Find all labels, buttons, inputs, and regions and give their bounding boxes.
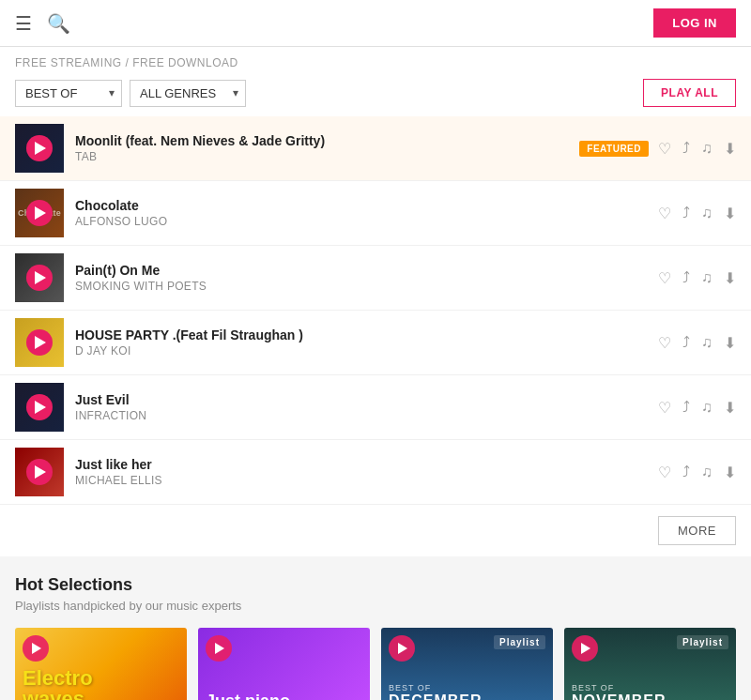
track-actions: ♡ ⤴ ♫ ⬇ [658,399,736,417]
play-triangle [35,206,46,220]
play-triangle [35,401,46,414]
track-info: Pain(t) On Me SMOKING WITH POETS [75,263,658,293]
subheader: FREE STREAMING / FREE DOWNLOAD BEST OF N… [0,47,751,116]
download-icon[interactable]: ⬇ [724,205,736,222]
card-play-triangle [581,643,590,654]
play-circle [26,329,53,356]
card-play-circle [206,635,232,662]
card-label-main: Just piano [206,692,290,700]
download-icon[interactable]: ⬇ [724,269,736,287]
free-streaming-label: FREE STREAMING / FREE DOWNLOAD [15,56,736,69]
track-thumb: TAB [15,124,64,173]
selects-group: BEST OF NEWEST TOP RATED ALL GENRES POP … [15,80,246,107]
card-label-main: Electrowaves [23,668,93,700]
card-play-triangle [215,643,224,654]
track-artist: ALFONSO LUGO [75,215,658,228]
controls-row: BEST OF NEWEST TOP RATED ALL GENRES POP … [15,79,736,116]
card-play-triangle [32,643,41,654]
track-thumb: SWP [15,253,64,302]
share-icon[interactable]: ⤴ [682,464,690,480]
share-icon[interactable]: ⤴ [682,399,690,416]
track-artist: SMOKING WITH POETS [75,280,658,293]
play-circle [26,200,53,226]
play-overlay[interactable] [15,253,64,302]
download-icon[interactable]: ⬇ [724,334,736,352]
track-item[interactable]: DJK HOUSE PARTY .(Feat Fil Straughan ) D… [0,311,751,375]
play-circle [26,135,53,161]
download-icon[interactable]: ⬇ [724,464,736,481]
music-note-icon[interactable]: ♫ [701,334,713,351]
share-icon[interactable]: ⤴ [682,205,690,221]
search-icon[interactable]: 🔍 [47,12,70,35]
play-triangle [35,465,46,479]
best-of-select[interactable]: BEST OF NEWEST TOP RATED [15,80,122,107]
card-play-circle [389,635,415,662]
track-actions: ♡ ⤴ ♫ ⬇ [658,464,736,481]
like-icon[interactable]: ♡ [658,399,671,417]
share-icon[interactable]: ⤴ [682,140,690,157]
track-item[interactable]: SWP Pain(t) On Me SMOKING WITH POETS ♡ ⤴… [0,246,751,311]
download-icon[interactable]: ⬇ [724,140,736,158]
all-genres-select[interactable]: ALL GENRES POP ROCK JAZZ CLASSICAL ELECT… [130,80,246,107]
like-icon[interactable]: ♡ [658,140,671,158]
track-title: Chocolate [75,198,658,213]
track-list: TAB Moonlit (feat. Nem Nieves & Jade Gri… [0,116,751,505]
track-item[interactable]: Chocolate Chocolate ALFONSO LUGO ♡ ⤴ ♫ ⬇ [0,181,751,246]
like-icon[interactable]: ♡ [658,464,671,481]
card-play-circle [23,635,49,662]
menu-icon[interactable]: ☰ [15,12,32,35]
track-thumb: JE [15,383,64,432]
card-label-main: DECEMBER [389,692,483,700]
track-thumb: JLH [15,448,64,496]
track-artist: INFRACTION [75,409,658,422]
featured-badge: FEATURED [579,141,649,157]
playlist-card[interactable]: Just piano [198,628,370,700]
track-item[interactable]: JLH Just like her MICHAEL ELLIS ♡ ⤴ ♫ ⬇ [0,440,751,505]
music-note-icon[interactable]: ♫ [701,464,713,480]
playlist-card[interactable]: Playlist BEST OF DECEMBER [381,628,553,700]
play-triangle [35,271,46,284]
play-triangle [35,336,46,349]
track-info: HOUSE PARTY .(Feat Fil Straughan ) D JAY… [75,327,658,358]
playlist-card[interactable]: Electrowaves [15,628,187,700]
play-all-button[interactable]: PLAY ALL [643,79,736,107]
like-icon[interactable]: ♡ [658,334,671,352]
play-overlay[interactable] [15,124,64,173]
track-title: Just like her [75,457,658,472]
play-triangle [35,142,46,155]
play-overlay[interactable] [15,448,64,496]
track-actions: ♡ ⤴ ♫ ⬇ [658,334,736,352]
card-sublabel: BEST OF [572,683,666,692]
more-button[interactable]: MORE [658,516,736,545]
track-thumb: DJK [15,318,64,367]
log-in-button[interactable]: LOG IN [653,8,736,38]
music-note-icon[interactable]: ♫ [701,399,713,416]
card-sublabel: BEST OF [389,683,483,692]
play-overlay[interactable] [15,189,64,237]
play-overlay[interactable] [15,383,64,432]
track-item[interactable]: TAB Moonlit (feat. Nem Nieves & Jade Gri… [0,116,751,181]
hot-selections-subtitle: Playlists handpicked by our music expert… [15,599,736,613]
track-actions: ♡ ⤴ ♫ ⬇ [658,140,736,158]
track-title: Just Evil [75,392,658,407]
share-icon[interactable]: ⤴ [682,269,690,286]
track-item[interactable]: JE Just Evil INFRACTION ♡ ⤴ ♫ ⬇ [0,375,751,440]
header: ☰ 🔍 LOG IN [0,0,751,47]
play-overlay[interactable] [15,318,64,367]
music-note-icon[interactable]: ♫ [701,205,713,221]
share-icon[interactable]: ⤴ [682,334,690,351]
like-icon[interactable]: ♡ [658,205,671,222]
track-thumb: Chocolate [15,189,64,237]
card-play-circle [572,635,598,662]
play-circle [26,459,53,485]
playlist-grid: Electrowaves Just piano Playlist BEST OF… [15,628,736,700]
playlist-card[interactable]: Playlist BEST OF NOVEMBER [564,628,736,700]
card-play-triangle [398,643,407,654]
music-note-icon[interactable]: ♫ [701,269,713,286]
like-icon[interactable]: ♡ [658,269,671,287]
track-info: Chocolate ALFONSO LUGO [75,198,658,228]
download-icon[interactable]: ⬇ [724,399,736,417]
music-note-icon[interactable]: ♫ [701,140,713,157]
track-title: Moonlit (feat. Nem Nieves & Jade Gritty) [75,133,579,148]
track-info: Moonlit (feat. Nem Nieves & Jade Gritty)… [75,133,579,163]
